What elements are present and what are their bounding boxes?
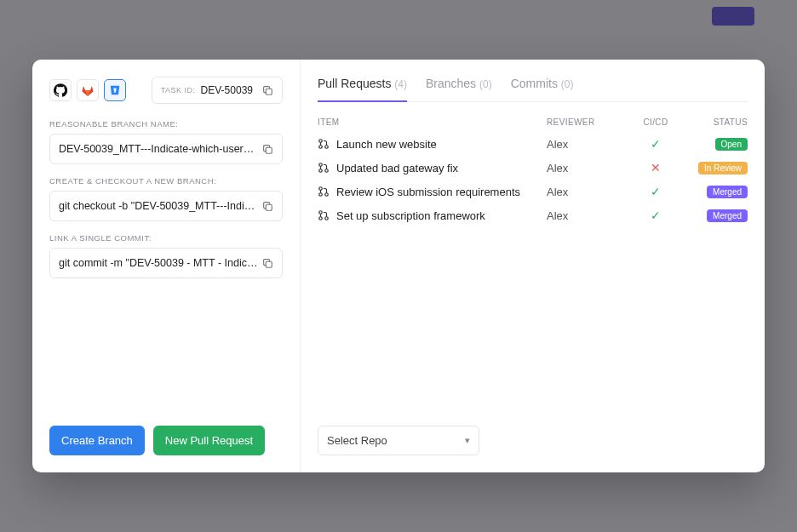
tab-branches[interactable]: Branches (0) (426, 77, 492, 102)
svg-rect-5 (266, 204, 272, 210)
checkout-field[interactable]: git checkout -b "DEV-50039_MTT---Indica.… (49, 191, 283, 221)
pr-status-cell: In Review (688, 162, 748, 174)
task-id-label: TASK ID: (161, 86, 196, 94)
pull-request-icon (318, 138, 330, 150)
ci-fail-icon: ✕ (651, 161, 661, 174)
pr-status-cell: Open (688, 138, 748, 151)
tab-branches-count: (0) (479, 78, 492, 90)
svg-point-18 (319, 217, 323, 220)
tab-pull-requests-label: Pull Requests (318, 77, 391, 90)
pr-table-head: ITEM REVIEWER CI/CD STATUS (318, 112, 748, 132)
commit-field[interactable]: git commit -m "DEV-50039 - MTT - Indicat… (49, 248, 283, 278)
commit-value: git commit -m "DEV-50039 - MTT - Indicat… (59, 257, 258, 269)
git-modal: TASK ID: DEV-50039 REASONABLE BRANCH NAM… (32, 60, 765, 472)
tab-branches-label: Branches (426, 77, 476, 90)
checkout-label: CREATE & CHECKOUT A NEW BRANCH: (49, 176, 283, 186)
pr-reviewer: Alex (547, 209, 623, 222)
tabs: Pull Requests (4) Branches (0) Commits (… (318, 77, 748, 102)
pr-reviewer: Alex (547, 186, 623, 198)
svg-point-11 (319, 163, 323, 167)
github-icon[interactable] (49, 79, 72, 101)
th-item: ITEM (318, 117, 540, 127)
pr-table-body: Launch new websiteAlex✓OpenUpdated bad g… (318, 132, 748, 227)
tab-pull-requests[interactable]: Pull Requests (4) (318, 77, 407, 102)
status-badge: Open (715, 138, 748, 151)
tab-commits-label: Commits (511, 77, 558, 90)
pr-title: Updated bad gateway fix (336, 162, 458, 174)
th-reviewer: REVIEWER (547, 117, 623, 127)
integration-row: TASK ID: DEV-50039 (49, 77, 283, 104)
table-row[interactable]: Updated bad gateway fixAlex✕In Review (318, 156, 748, 180)
chevron-down-icon: ▾ (465, 435, 470, 446)
task-id-value: DEV-50039 (201, 84, 253, 96)
ci-pass-icon: ✓ (651, 209, 661, 222)
pr-item: Launch new website (318, 138, 540, 151)
status-badge: Merged (707, 209, 748, 222)
repo-select-label: Select Repo (327, 434, 387, 447)
svg-point-15 (319, 193, 323, 197)
pr-cicd: ✕ (630, 161, 681, 174)
new-pull-request-button[interactable]: New Pull Request (153, 426, 265, 455)
svg-point-8 (319, 140, 323, 143)
table-row[interactable]: Launch new websiteAlex✓Open (318, 132, 748, 156)
svg-rect-3 (266, 147, 272, 153)
pr-item: Set up subscription framework (318, 209, 540, 222)
status-badge: In Review (698, 162, 748, 174)
pull-request-icon (318, 186, 330, 197)
copy-branch-icon[interactable] (258, 140, 277, 158)
pr-status-cell: Merged (688, 186, 748, 198)
branch-name-field[interactable]: DEV-50039_MTT---Indicate-which-users-c..… (49, 134, 283, 164)
right-panel: Pull Requests (4) Branches (0) Commits (… (301, 60, 765, 472)
pull-request-icon (318, 162, 330, 174)
svg-point-14 (319, 187, 323, 191)
svg-point-17 (319, 211, 323, 215)
branch-name-label: REASONABLE BRANCH NAME: (49, 119, 283, 129)
left-actions: Create Branch New Pull Request (49, 426, 283, 455)
bitbucket-icon[interactable] (104, 79, 126, 101)
gitlab-icon[interactable] (77, 79, 99, 101)
status-badge: Merged (707, 186, 748, 198)
svg-point-10 (325, 146, 329, 149)
copy-task-id-icon[interactable] (258, 81, 277, 100)
copy-checkout-icon[interactable] (258, 197, 277, 215)
pr-reviewer: Alex (547, 138, 623, 151)
create-branch-button[interactable]: Create Branch (49, 426, 145, 455)
svg-point-12 (319, 169, 323, 173)
ci-pass-icon: ✓ (651, 137, 661, 151)
tab-pull-requests-count: (4) (394, 78, 407, 90)
pr-item: Review iOS submission requirements (318, 186, 540, 198)
svg-point-16 (325, 193, 329, 197)
pr-reviewer: Alex (547, 162, 623, 174)
tab-commits-count: (0) (561, 78, 574, 90)
pr-cicd: ✓ (630, 209, 681, 222)
pr-title: Review iOS submission requirements (336, 186, 520, 198)
copy-commit-icon[interactable] (258, 254, 277, 272)
pull-request-icon (318, 209, 330, 221)
tab-commits[interactable]: Commits (0) (511, 77, 574, 102)
pr-status-cell: Merged (688, 209, 748, 222)
task-id-pill: TASK ID: DEV-50039 (152, 77, 283, 104)
table-row[interactable]: Review iOS submission requirementsAlex✓M… (318, 180, 748, 203)
pr-cicd: ✓ (630, 137, 681, 151)
pr-title: Set up subscription framework (336, 209, 485, 222)
pr-item: Updated bad gateway fix (318, 162, 540, 174)
branch-name-value: DEV-50039_MTT---Indicate-which-users-c..… (59, 143, 258, 155)
svg-point-13 (325, 169, 329, 173)
svg-point-9 (319, 146, 323, 149)
commit-label: LINK A SINGLE COMMIT: (49, 233, 283, 243)
pr-title: Launch new website (336, 138, 437, 151)
left-panel: TASK ID: DEV-50039 REASONABLE BRANCH NAM… (32, 60, 301, 472)
pr-cicd: ✓ (630, 185, 681, 198)
svg-rect-1 (266, 89, 272, 94)
svg-point-19 (325, 217, 329, 220)
svg-rect-7 (266, 261, 272, 267)
repo-select[interactable]: Select Repo ▾ (318, 426, 479, 455)
th-cicd: CI/CD (630, 117, 681, 127)
table-row[interactable]: Set up subscription frameworkAlex✓Merged (318, 203, 748, 227)
ci-pass-icon: ✓ (651, 185, 661, 198)
checkout-value: git checkout -b "DEV-50039_MTT---Indica.… (59, 200, 258, 212)
th-status: STATUS (688, 117, 748, 127)
